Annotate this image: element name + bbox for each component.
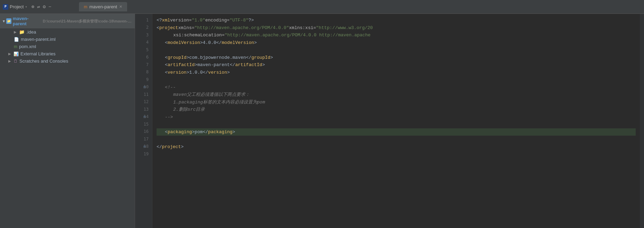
l7-tag: artifactId	[168, 61, 195, 69]
l6-close: >	[186, 54, 189, 61]
line-11: 11	[144, 91, 149, 99]
sidebar-item-pom[interactable]: m pom.xml	[0, 43, 135, 50]
sidebar-item-scratches[interactable]: ▶ 🗒 Scratches and Consoles	[0, 57, 135, 65]
l10-comment: <!--	[165, 84, 176, 91]
xml-attr-encoding: encoding=	[205, 17, 229, 24]
l6-tag: groupId	[168, 54, 187, 61]
fold-icon-10[interactable]: ⊟	[144, 84, 146, 90]
code-line-5	[157, 46, 636, 54]
l16-tag2: packaging	[208, 128, 232, 136]
main-content: ▾ 📁 maven-parent D:\course\21-Maven多模块管理…	[0, 14, 644, 228]
line-16: 16	[144, 128, 149, 136]
line-10: ⊟10	[144, 84, 149, 91]
l18-tag: project	[162, 143, 181, 151]
pom-file-icon: m	[14, 44, 17, 49]
code-editor[interactable]: <?xml version="1.0" encoding="UTF-8"?> <…	[152, 14, 640, 228]
l8-tag2: version	[208, 69, 227, 76]
code-line-18: </project>	[157, 143, 636, 151]
l6-close2: </	[246, 54, 252, 61]
l7-tag2: artifactId	[235, 61, 262, 69]
l7-open: <	[165, 61, 168, 69]
line-12: 12	[144, 99, 149, 106]
line-18: ⊟18	[144, 143, 149, 151]
idea-folder-icon: 📁	[19, 29, 25, 35]
line-17: 17	[144, 136, 149, 143]
l16-close2: </	[203, 128, 208, 136]
fold-icon-14[interactable]: ⊟	[144, 114, 146, 120]
scratches-expand-arrow: ▶	[8, 59, 11, 63]
sidebar-item-external-libraries[interactable]: ▶ 📊 External Libraries	[0, 50, 135, 57]
code-line-13: 2.删除src目录	[157, 106, 636, 113]
l4-close: >	[200, 39, 203, 46]
l16-tag: packaging	[168, 128, 192, 136]
add-icon[interactable]: ⊕	[32, 4, 34, 10]
settings-icon[interactable]: ⚙	[43, 4, 45, 10]
tab-close-button[interactable]: ✕	[119, 4, 122, 9]
l16-close: >	[192, 128, 195, 136]
fold-icon-18[interactable]: ⊟	[144, 144, 146, 150]
project-dropdown-arrow[interactable]: ▾	[25, 5, 27, 9]
xml-pi-close: ?>	[248, 17, 254, 24]
code-line-2: <project xmlns="http://maven.apache.org/…	[157, 24, 636, 32]
scratches-icon: 🗒	[14, 59, 18, 64]
minimize-icon[interactable]: −	[48, 4, 51, 10]
code-line-9	[157, 76, 636, 84]
project-label[interactable]: Project	[10, 4, 24, 9]
tab-bar: m maven-parent ✕	[79, 2, 641, 11]
l4-tag: modelVersion	[168, 39, 200, 46]
project-path: D:\course\21-Maven多模块管理\code-18\maven-pa…	[43, 19, 132, 24]
l11-comment: maven父工程必须遵循以下两点要求：	[173, 91, 250, 98]
xml-tag-xml: xml	[162, 17, 170, 24]
l7-close: >	[195, 61, 197, 69]
l2-tag: project	[159, 24, 178, 31]
idea-expand-arrow: ▶	[14, 30, 17, 34]
sidebar-item-idea[interactable]: ▶ 📁 .idea	[0, 28, 135, 36]
l8-close: >	[186, 69, 189, 76]
l14-comment: -->	[165, 113, 173, 121]
xml-pi: <?	[157, 17, 162, 24]
tab-maven-parent[interactable]: m maven-parent ✕	[79, 2, 127, 11]
pom-label: pom.xml	[19, 44, 36, 49]
xml-val-encoding: "UTF-8"	[230, 17, 249, 24]
code-line-14: -->	[157, 113, 636, 121]
l8-val: 1.0.0	[189, 69, 203, 76]
l3-schema: xsi:schemaLocation=	[173, 31, 224, 39]
title-bar: P Project ▾ ⊕ ⇌ ⚙ − m maven-parent ✕	[0, 0, 644, 14]
extlib-label: External Libraries	[20, 51, 55, 56]
l4-open: <	[165, 39, 168, 46]
l2-xmlns: xmlns=	[178, 24, 194, 31]
l2-xmlns-val: "http://maven.apache.org/POM/4.0.0"	[194, 24, 289, 31]
code-line-3: xsi:schemaLocation="http://maven.apache.…	[157, 31, 636, 39]
project-name: maven-parent	[13, 16, 40, 26]
tab-label: maven-parent	[89, 4, 117, 9]
line-1: 1	[146, 17, 149, 24]
line-15: 15	[144, 121, 149, 128]
l4-close2: </	[216, 39, 222, 46]
line-5: 5	[146, 46, 149, 54]
code-line-1: <?xml version="1.0" encoding="UTF-8"?>	[157, 17, 636, 24]
code-line-15	[157, 121, 636, 128]
sidebar-project-header[interactable]: ▾ 📁 maven-parent D:\course\21-Maven多模块管理…	[0, 14, 135, 28]
sidebar-item-iml[interactable]: 📄 maven-parent.iml	[0, 36, 135, 43]
line-14: ⊟14	[144, 113, 149, 121]
l8-close3: >	[227, 69, 230, 76]
project-section: P Project ▾ ⊕ ⇌ ⚙ −	[3, 4, 72, 10]
code-line-7: <artifactId>maven-parent</artifactId>	[157, 61, 636, 69]
project-folder-icon: 📁	[6, 18, 11, 24]
code-line-17	[157, 136, 636, 143]
split-icon[interactable]: ⇌	[37, 4, 40, 10]
xml-attr-version: version=	[170, 17, 192, 24]
right-scrollbar[interactable]	[640, 14, 644, 228]
extlib-expand-arrow: ▶	[8, 52, 11, 56]
l4-close3: >	[254, 39, 257, 46]
code-line-12: 1.packaging标签的文本内容必须设置为pom	[157, 99, 636, 106]
l18-close: >	[181, 143, 184, 151]
line-9: 9	[146, 76, 149, 84]
line-4: 4	[146, 39, 149, 47]
l6-close3: >	[270, 54, 273, 61]
l2-xsi-val: "http://www.w3.org/20	[316, 24, 373, 31]
editor-area[interactable]: 1 2 3 4 5 6 7 8 9 ⊟10 11 12 13 ⊟14 15 16…	[135, 14, 644, 228]
l7-close3: >	[262, 61, 265, 69]
line-6: 6	[146, 54, 149, 62]
l18-open: </	[157, 143, 162, 151]
